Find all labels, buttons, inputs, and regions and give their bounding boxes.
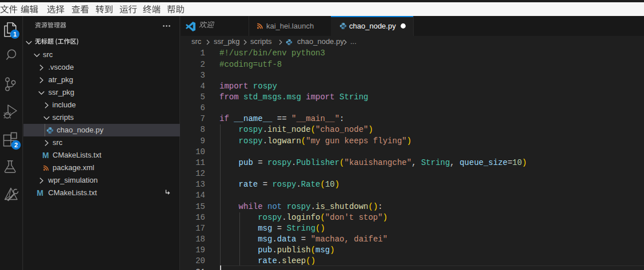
svg-text:1: 1 (13, 31, 17, 38)
svg-text:2: 2 (14, 142, 18, 148)
